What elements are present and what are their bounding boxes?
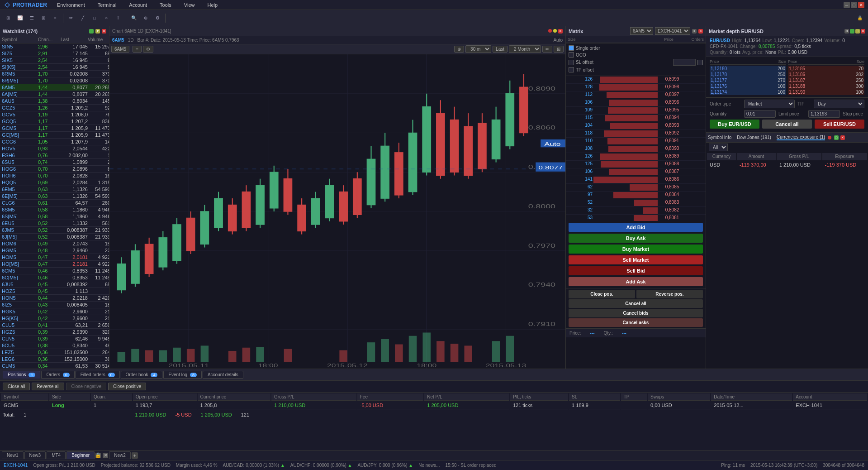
minimize-button[interactable]: ─ xyxy=(844,2,850,8)
matrix-row-10[interactable]: 126 0,8089 xyxy=(566,153,706,161)
matrix-row-3[interactable]: 106 0,8096 xyxy=(566,99,706,107)
watchlist-row-7[interactable]: 6A[M5] 1,44 0,8077 20 265 xyxy=(0,91,109,98)
chart1-settings-btn[interactable]: ⚙ xyxy=(143,46,153,53)
reverse-pos-button[interactable]: Reverse pos. xyxy=(636,290,703,298)
matrix-row-8[interactable]: 110 0,8091 xyxy=(566,138,706,145)
depth-close-btn[interactable]: ✕ xyxy=(861,29,865,34)
zoom-button[interactable]: 🔍 xyxy=(128,12,139,24)
add-ask-button[interactable]: Add Ask xyxy=(569,277,703,286)
watchlist-row-27[interactable]: 6JM5 0,52 0,008387 21 933 xyxy=(0,227,109,234)
close-all-button[interactable]: Close all xyxy=(3,383,30,390)
watchlist-row-16[interactable]: ESH6 0,76 2 082,00 1 xyxy=(0,152,109,159)
chart1-type-btn[interactable]: ≡ xyxy=(133,46,142,53)
order-book-tab[interactable]: Order book 4 xyxy=(121,371,163,379)
symbol-info-tab[interactable]: Symbol info xyxy=(708,135,731,140)
quantity-input[interactable] xyxy=(744,110,776,118)
event-log-tab[interactable]: Event log 8 xyxy=(163,371,202,379)
workspace-beginner[interactable]: Beginner xyxy=(66,451,95,459)
watchlist-row-25[interactable]: 6S[M5] 0,58 1,1860 4 946 xyxy=(0,213,109,220)
ellipse-button[interactable]: ○ xyxy=(101,12,112,24)
watchlist-row-20[interactable]: HQQ5 0,69 2,0284 1 315 xyxy=(0,179,109,186)
chart1-last-btn[interactable]: Last xyxy=(493,46,508,53)
line-button[interactable]: ╱ xyxy=(77,12,88,24)
close-negative-button[interactable]: Close-negative xyxy=(66,383,106,390)
exposure-filter-select[interactable]: All xyxy=(709,144,728,151)
matrix-row-0[interactable]: 126 0,8099 xyxy=(566,76,706,84)
watchlist-row-35[interactable]: 6JU5 0,45 0,008392 68 xyxy=(0,281,109,288)
sell-bid-button[interactable]: Sell Bid xyxy=(569,266,703,275)
close-button[interactable]: ✕ xyxy=(858,2,864,8)
matrix-row-2[interactable]: 112 0,8097 xyxy=(566,91,706,99)
matrix-row-12[interactable]: 106 0,8087 xyxy=(566,168,706,176)
watchlist-row-21[interactable]: 6EM5 0,63 1,1326 54 590 xyxy=(0,186,109,193)
workspace-new1[interactable]: New1 xyxy=(2,451,24,459)
matrix-row-6[interactable]: 104 0,8093 xyxy=(566,122,706,130)
lock-button[interactable]: 🔒 xyxy=(854,12,865,24)
new-order-button[interactable]: ⊞ xyxy=(3,12,14,24)
watchlist-row-6[interactable]: 6AM5 1,44 0,8077 20 265 xyxy=(0,84,109,91)
menu-terminal[interactable]: Terminal xyxy=(95,1,119,9)
exposure-float-btn[interactable]: □ xyxy=(834,135,839,140)
watchlist-row-40[interactable]: HG[K5] 0,42 2,9600 21 xyxy=(0,315,109,322)
watchlist-row-4[interactable]: 6RM5 1,70 0,02008 373 xyxy=(0,71,109,77)
watchlist-row-8[interactable]: 6AU5 1,38 0,8034 145 xyxy=(0,98,109,105)
matrix-row-15[interactable]: 97 0,8084 xyxy=(566,192,706,199)
watchlist-row-41[interactable]: CLU5 0,41 63,21 2 650 xyxy=(0,322,109,329)
watchlist-min-btn[interactable]: ─ xyxy=(89,29,94,34)
watchlist-row-32[interactable]: HO[M5] 0,47 2,0181 4 922 xyxy=(0,261,109,268)
chart1-close-btn[interactable]: ✕ xyxy=(558,29,563,34)
filled-orders-tab[interactable]: Filled orders 0 xyxy=(76,371,120,379)
buy-market-button[interactable]: Buy Market xyxy=(569,245,703,254)
watchlist-row-14[interactable]: GCG6 1,05 1 207,9 14 xyxy=(0,139,109,145)
watchlist-row-22[interactable]: 6E[M5] 0,63 1,1326 54 590 xyxy=(0,193,109,200)
menu-help[interactable]: Help xyxy=(204,1,220,9)
depth-float-btn[interactable]: □ xyxy=(855,29,860,34)
add-bid-button[interactable]: Add Bid xyxy=(569,223,703,232)
watchlist-row-36[interactable]: HOZ5 0,45 1 113 xyxy=(0,288,109,295)
watchlist-row-1[interactable]: SIZ5 2,91 17 145 69 xyxy=(0,50,109,57)
watchlist-row-24[interactable]: 6SM5 0,58 1,1860 4 946 xyxy=(0,206,109,213)
watchlist-menu-btn[interactable]: ▼ xyxy=(95,29,100,34)
menu-view[interactable]: View xyxy=(181,1,198,9)
chart1-tf-select[interactable]: 1D4H1H30 m xyxy=(465,45,491,53)
sell-market-button[interactable]: Sell Market xyxy=(569,255,703,264)
matrix-row-1[interactable]: 128 0,8098 xyxy=(566,84,706,91)
matrix-close-btn[interactable]: ✕ xyxy=(698,29,703,34)
watchlist-row-37[interactable]: HON5 0,44 2,0218 2 420 xyxy=(0,295,109,302)
watchlist-row-44[interactable]: 6CU5 0,38 0,8340 48 xyxy=(0,342,109,349)
chart1-crosshair-btn[interactable]: ⊕ xyxy=(454,46,464,53)
matrix-exchange-select[interactable]: EXCH-1041 xyxy=(655,27,690,35)
cancel-bids-button[interactable]: Cancel bids xyxy=(569,309,703,317)
menu-environment[interactable]: Environment xyxy=(54,1,88,9)
chart-button[interactable]: 📈 xyxy=(14,12,25,24)
crosshair-button[interactable]: ⊕ xyxy=(140,12,151,24)
cancel-asks-button[interactable]: Cancel asks xyxy=(569,318,703,327)
menu-account[interactable]: Account xyxy=(126,1,150,9)
watchlist-row-31[interactable]: HOM5 0,47 2,0181 4 922 xyxy=(0,254,109,261)
workspace-close-icon[interactable]: ✕ xyxy=(103,453,108,458)
watchlist-row-13[interactable]: GC[M5] 1,17 1 205,9 11 473 xyxy=(0,132,109,139)
watchlist-row-30[interactable]: HGM5 0,48 2,9460 22 xyxy=(0,247,109,254)
sl-offset-extra-checkbox[interactable] xyxy=(697,60,703,65)
watchlist-close-btn[interactable]: ✕ xyxy=(102,29,106,34)
depth-min-btn[interactable]: ─ xyxy=(850,29,854,34)
close-positive-button[interactable]: Close positive xyxy=(108,383,146,390)
matrix-row-14[interactable]: 62 0,8085 xyxy=(566,184,706,192)
watchlist-row-26[interactable]: 6EU5 0,52 1,1332 561 xyxy=(0,220,109,227)
watchlist-row-43[interactable]: CLN5 0,39 62,46 9 945 xyxy=(0,336,109,342)
watchlist-row-19[interactable]: HOH6 0,70 2,0828 16 xyxy=(0,173,109,179)
tp-offset-checkbox[interactable] xyxy=(569,67,574,72)
watchlist-row-47[interactable]: CLM5 0,34 61,53 30 514 xyxy=(0,363,109,369)
watchlist-row-18[interactable]: HOG6 0,70 2,0896 8 xyxy=(0,166,109,173)
watchlist-row-29[interactable]: HOM6 0,49 2,0743 15 xyxy=(0,240,109,247)
maximize-button[interactable]: □ xyxy=(851,2,857,8)
matrix-row-9[interactable]: 108 0,8090 xyxy=(566,145,706,153)
single-order-checkbox[interactable] xyxy=(569,45,574,51)
watchlist-row-15[interactable]: HOV5 0,93 2,0544 422 xyxy=(0,145,109,152)
buy-eurusd-button[interactable]: Buy EUR/USD xyxy=(710,120,759,129)
watchlist-row-3[interactable]: SI[K5] 2,54 16 945 9 xyxy=(0,64,109,71)
watchlist-row-5[interactable]: 6R[M5] 1,70 0,02008 373 xyxy=(0,77,109,84)
oco-checkbox[interactable] xyxy=(569,52,574,58)
watchlist-row-17[interactable]: 6SU5 0,74 1,0899 2 xyxy=(0,159,109,166)
menu-tools[interactable]: Tools xyxy=(157,1,174,9)
